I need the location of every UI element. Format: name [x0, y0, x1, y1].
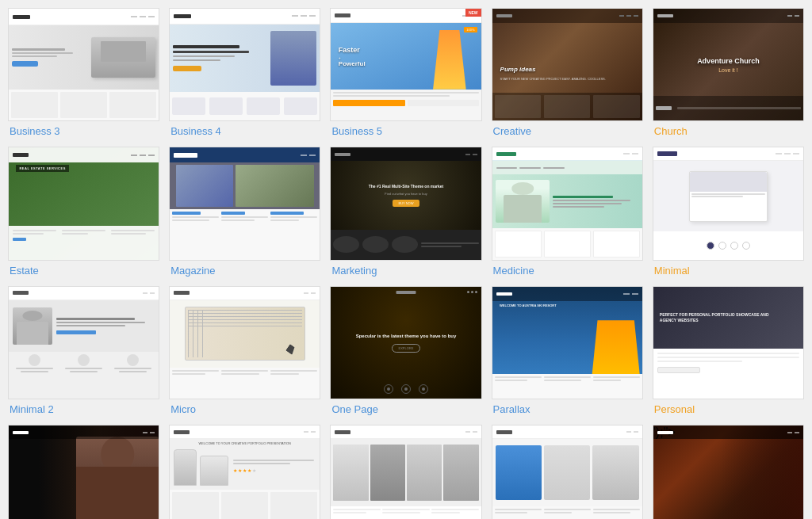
thumb-personal: PERFECT FOR PERSONAL PORTFOLIO SHOWCASE …: [653, 286, 804, 399]
theme-item-creative[interactable]: Pump ideas START YOUR NEW CREATING PROJE…: [492, 8, 643, 137]
thumb-medicine: [492, 147, 643, 260]
theme-item-parallax[interactable]: WELCOME TO AUSTRIA SKI RESORT Para: [492, 286, 643, 415]
theme-item-minimal[interactable]: Minimal: [653, 147, 804, 276]
thumb-micro: [169, 286, 320, 399]
theme-label-magazine: Magazine: [169, 265, 320, 277]
thumb-portfolio3: [492, 425, 643, 519]
theme-label-medicine: Medicine: [492, 265, 643, 277]
thumb-magazine: [169, 147, 320, 260]
theme-label-creative: Creative: [492, 125, 643, 137]
theme-item-magazine[interactable]: Magazine: [169, 147, 320, 276]
theme-label-business5: Business 5: [330, 125, 481, 137]
theme-item-estate[interactable]: REAL ESTATE SERVICES Estate: [8, 147, 159, 276]
new-badge: NEW: [465, 9, 481, 17]
estate-badge: REAL ESTATE SERVICES: [16, 165, 68, 172]
theme-item-personal[interactable]: PERFECT FOR PERSONAL PORTFOLIO SHOWCASE …: [653, 286, 804, 415]
thumb-minimal: [653, 147, 804, 260]
creative-hero-text: START YOUR NEW CREATING PROJECT EASY. AM…: [500, 77, 606, 82]
thumb-business3: [8, 8, 159, 121]
church-subtitle: Love it !: [718, 67, 738, 73]
theme-label-minimal: Minimal: [653, 265, 804, 277]
church-title: Adventure Church: [697, 57, 760, 65]
theme-item-business5[interactable]: NEW Faster + Powerful 100%: [330, 8, 481, 137]
theme-item-portfolio2[interactable]: Portfolio 2: [330, 425, 481, 519]
thumb-onepage: Specular is the latest theme you have to…: [330, 286, 481, 399]
thumb-parallax: WELCOME TO AUSTRIA SKI RESORT: [492, 286, 643, 399]
theme-item-marketing[interactable]: The #1 Real Multi-Site Theme on market F…: [330, 147, 481, 276]
marketing-sub: Find out what you have to buy: [385, 192, 427, 196]
marketing-title: The #1 Real Multi-Site Theme on market: [369, 184, 443, 189]
theme-label-marketing: Marketing: [330, 265, 481, 277]
thumb-portfolio: WELCOME TO YOUR CREATIVE PORTFOLIO PRESE…: [169, 425, 320, 519]
theme-item-business4[interactable]: Business 4: [169, 8, 320, 137]
theme-label-micro: Micro: [169, 403, 320, 415]
theme-label-business3: Business 3: [8, 125, 159, 137]
thumb-marketing: The #1 Real Multi-Site Theme on market F…: [330, 147, 481, 260]
parallax-text: WELCOME TO AUSTRIA SKI RESORT: [500, 303, 575, 308]
thumb-church: Adventure Church Love it !: [653, 8, 804, 121]
thumb-business5: NEW Faster + Powerful 100%: [330, 8, 481, 121]
theme-label-personal: Personal: [653, 403, 804, 415]
theme-label-church: Church: [653, 125, 804, 137]
thumb-minimal2: [8, 286, 159, 399]
theme-label-parallax: Parallax: [492, 403, 643, 415]
theme-item-photography[interactable]: Photography: [8, 425, 159, 519]
theme-item-restaurant[interactable]: ');"> RESTAURANT & PIZZERIA Restaurant: [653, 425, 804, 519]
theme-item-minimal2[interactable]: Minimal 2: [8, 286, 159, 415]
onepage-title: Specular is the latest theme you have to…: [356, 333, 457, 339]
theme-item-micro[interactable]: Micro: [169, 286, 320, 415]
personal-title: PERFECT FOR PERSONAL PORTFOLIO SHOWCASE …: [660, 312, 770, 323]
theme-label-estate: Estate: [8, 265, 159, 277]
thumb-business4: [169, 8, 320, 121]
theme-item-medicine[interactable]: Medicine: [492, 147, 643, 276]
theme-grid: Business 3: [8, 8, 804, 519]
theme-item-church[interactable]: Adventure Church Love it ! Church: [653, 8, 804, 137]
thumb-restaurant: ');"> RESTAURANT & PIZZERIA: [653, 425, 804, 519]
theme-item-business3[interactable]: Business 3: [8, 8, 159, 137]
thumb-creative: Pump ideas START YOUR NEW CREATING PROJE…: [492, 8, 643, 121]
theme-item-onepage[interactable]: Specular is the latest theme you have to…: [330, 286, 481, 415]
thumb-photography: [8, 425, 159, 519]
theme-label-onepage: One Page: [330, 403, 481, 415]
thumb-portfolio2: [330, 425, 481, 519]
thumb-estate: REAL ESTATE SERVICES: [8, 147, 159, 260]
theme-label-minimal2: Minimal 2: [8, 403, 159, 415]
theme-item-portfolio[interactable]: WELCOME TO YOUR CREATIVE PORTFOLIO PRESE…: [169, 425, 320, 519]
theme-label-business4: Business 4: [169, 125, 320, 137]
theme-item-portfolio3[interactable]: Portfolio 3: [492, 425, 643, 519]
